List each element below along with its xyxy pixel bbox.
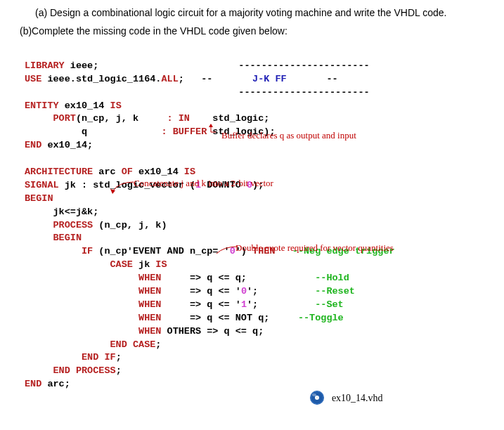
file-name: ex10_14.vhd — [332, 393, 383, 403]
txt: => q <= q; — [207, 326, 264, 337]
kw-jkff: J-K FF — [212, 74, 286, 84]
comment: --Hold — [247, 273, 349, 283]
txt: ex10_14 — [133, 167, 184, 177]
num: 0 — [241, 286, 247, 297]
txt: ex10_14; — [41, 140, 93, 150]
svg-point-3 — [316, 397, 318, 399]
comment: --Reset — [258, 286, 355, 297]
txt: ; — [155, 339, 161, 350]
txt: (n_cp, j, k — [76, 113, 138, 124]
kw-is: IS — [110, 100, 122, 111]
txt: '; — [247, 299, 258, 310]
txt: ; — [116, 365, 122, 376]
kw-is: IS — [155, 259, 167, 270]
question-a: (a) Design a combinational logic circuit… — [14, 7, 490, 18]
txt: (n_cp, j, k) — [93, 220, 167, 230]
txt: => q <= q; — [190, 273, 247, 283]
txt: q — [25, 126, 87, 137]
txt: -- — [287, 74, 338, 84]
txt: ; — [179, 74, 184, 84]
anno-buffer: Buffer declares q as output and input — [221, 129, 356, 142]
txt: -- — [184, 74, 213, 84]
txt: jk<=j&k; — [25, 207, 98, 217]
kw-when: WHEN — [25, 286, 190, 297]
txt: ieee.std_logic_1164. — [41, 74, 161, 84]
txt: OTHERS — [161, 326, 207, 337]
kw-entity: ENTITY — [25, 100, 59, 111]
kw-endif: END IF — [25, 352, 116, 363]
kw-in: : IN — [138, 113, 190, 124]
kw-buffer: : BUFFER — [87, 126, 207, 137]
dashes: ----------------------- — [221, 60, 370, 73]
txt: => q <= ' — [190, 286, 241, 297]
question-b: (b)Complete the missing code in the VHDL… — [14, 25, 490, 37]
kw-when: WHEN — [25, 313, 190, 323]
kw-endcase: END CASE — [25, 339, 155, 350]
svg-point-4 — [312, 393, 316, 396]
concat-arrow-icon — [109, 178, 137, 193]
anno-dquote: Double quote required for vector quantit… — [235, 242, 394, 254]
txt: ieee; — [65, 60, 99, 71]
kw-signal: SIGNAL — [25, 180, 59, 190]
txt: (n_cp'EVENT AND n_cp= ' — [93, 246, 229, 256]
disc-icon — [309, 390, 325, 408]
kw-end: END — [25, 140, 41, 150]
kw-if: IF — [25, 246, 93, 256]
kw-when: WHEN — [25, 299, 190, 310]
txt: ex10_14 — [59, 100, 110, 111]
kw-of: OF — [122, 167, 133, 177]
comment: --Toggle — [269, 313, 343, 323]
kw-process: PROCESS — [25, 220, 93, 230]
txt: std_logic; — [190, 113, 269, 124]
txt: => q <= ' — [190, 299, 241, 310]
kw-is: IS — [184, 167, 195, 177]
kw-when: WHEN — [25, 326, 161, 337]
kw-endprocess: END PROCESS — [25, 365, 116, 376]
txt: jk — [133, 259, 155, 270]
kw-when: WHEN — [25, 273, 190, 283]
txt: arc — [93, 167, 122, 177]
dashes: ----------------------- — [221, 86, 370, 100]
file-reference: ex10_14.vhd — [309, 390, 383, 408]
kw-architecture: ARCHITECTURE — [25, 167, 93, 177]
kw-library: LIBRARY — [25, 60, 65, 71]
kw-port: PORT — [25, 113, 76, 124]
kw-begin: BEGIN — [25, 193, 53, 204]
txt: '; — [247, 286, 258, 297]
kw-end: END — [25, 379, 41, 389]
kw-begin: BEGIN — [25, 233, 82, 243]
buffer-arrow-icon — [207, 124, 221, 138]
txt: => q <= NOT q; — [190, 313, 269, 323]
txt: ; — [116, 352, 122, 363]
num: 1 — [241, 299, 247, 310]
kw-case: CASE — [25, 259, 133, 270]
kw-use: USE — [25, 74, 41, 84]
comment: --Set — [258, 299, 344, 310]
anno-concat: Concatenate j and k into a 2-bit vector — [134, 177, 273, 190]
kw-all: ALL — [161, 74, 178, 84]
txt: arc; — [41, 379, 70, 389]
vhdl-code: LIBRARY ieee; ----------------------- US… — [25, 46, 490, 391]
